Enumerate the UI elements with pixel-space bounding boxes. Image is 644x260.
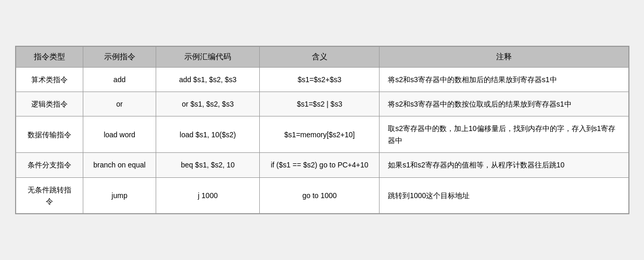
cell-example: load word <box>83 116 156 153</box>
table-row: 条件分支指令branch on equalbeq $s1, $s2, 10if … <box>16 153 628 177</box>
cell-asm: or $s1, $s2, $s3 <box>156 92 260 116</box>
cell-example: add <box>83 67 156 92</box>
instruction-table-container: 指令类型 示例指令 示例汇编代码 含义 注释 算术类指令addadd $s1, … <box>15 46 629 215</box>
cell-type: 数据传输指令 <box>16 116 83 153</box>
cell-meaning: $s1=memory[$s2+10] <box>260 116 380 153</box>
cell-asm: beq $s1, $s2, 10 <box>156 153 260 177</box>
cell-notes: 将s2和s3寄存器中的数按位取或后的结果放到寄存器s1中 <box>380 92 628 116</box>
cell-meaning: go to 1000 <box>260 177 380 214</box>
cell-notes: 取s2寄存器中的数，加上10偏移量后，找到内存中的字，存入到s1寄存器中 <box>380 116 628 153</box>
header-example: 示例指令 <box>83 46 156 67</box>
table-row: 逻辑类指令oror $s1, $s2, $s3$s1=$s2 | $s3将s2和… <box>16 92 628 116</box>
header-type: 指令类型 <box>16 46 83 67</box>
header-meaning: 含义 <box>260 46 380 67</box>
cell-asm: j 1000 <box>156 177 260 214</box>
header-asm: 示例汇编代码 <box>156 46 260 67</box>
cell-example: or <box>83 92 156 116</box>
cell-meaning: $s1=$s2+$s3 <box>260 67 380 92</box>
cell-notes: 跳转到1000这个目标地址 <box>380 177 628 214</box>
cell-notes: 如果s1和s2寄存器内的值相等，从程序计数器往后跳10 <box>380 153 628 177</box>
cell-example: branch on equal <box>83 153 156 177</box>
cell-type: 无条件跳转指令 <box>16 177 83 214</box>
cell-notes: 将s2和s3寄存器中的数相加后的结果放到寄存器s1中 <box>380 67 628 92</box>
table-row: 数据传输指令load wordload $s1, 10($s2)$s1=memo… <box>16 116 628 153</box>
cell-type: 条件分支指令 <box>16 153 83 177</box>
cell-type: 逻辑类指令 <box>16 92 83 116</box>
cell-example: jump <box>83 177 156 214</box>
table-body: 算术类指令addadd $s1, $s2, $s3$s1=$s2+$s3将s2和… <box>16 67 628 214</box>
table-header-row: 指令类型 示例指令 示例汇编代码 含义 注释 <box>16 46 628 67</box>
instruction-table: 指令类型 示例指令 示例汇编代码 含义 注释 算术类指令addadd $s1, … <box>16 46 629 214</box>
cell-meaning: if ($s1 == $s2) go to PC+4+10 <box>260 153 380 177</box>
cell-asm: add $s1, $s2, $s3 <box>156 67 260 92</box>
cell-type: 算术类指令 <box>16 67 83 92</box>
table-row: 算术类指令addadd $s1, $s2, $s3$s1=$s2+$s3将s2和… <box>16 67 628 92</box>
cell-asm: load $s1, 10($s2) <box>156 116 260 153</box>
cell-meaning: $s1=$s2 | $s3 <box>260 92 380 116</box>
header-notes: 注释 <box>380 46 628 67</box>
table-row: 无条件跳转指令jumpj 1000go to 1000跳转到1000这个目标地址 <box>16 177 628 214</box>
